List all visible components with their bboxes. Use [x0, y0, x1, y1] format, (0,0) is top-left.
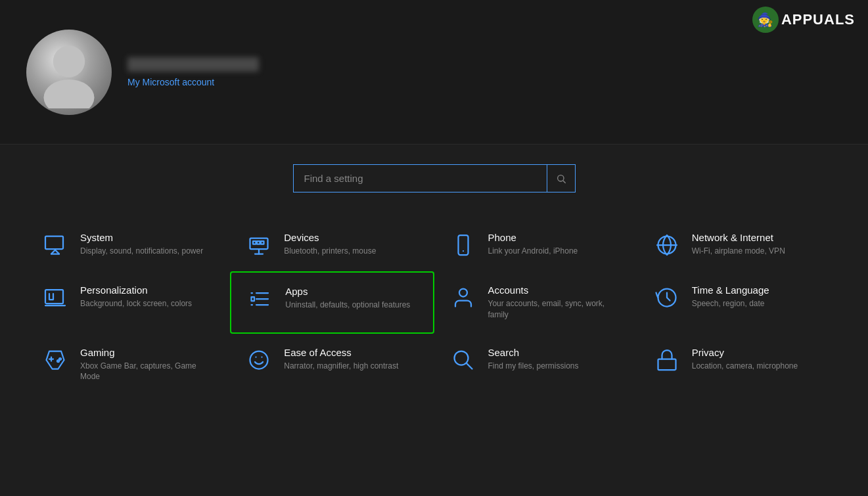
settings-desc-time: Speech, region, date — [692, 298, 826, 309]
settings-desc-accounts: Your accounts, email, sync, work, family — [488, 298, 622, 321]
settings-desc-apps: Uninstall, defaults, optional features — [285, 300, 417, 311]
settings-title-search: Search — [488, 347, 622, 358]
svg-point-2 — [558, 175, 564, 181]
svg-rect-12 — [458, 235, 468, 255]
settings-desc-search: Find my files, permissions — [488, 361, 622, 372]
privacy-icon — [654, 347, 680, 373]
settings-item-phone[interactable]: Phone Link your Android, iPhone — [434, 219, 638, 271]
svg-point-1 — [44, 79, 95, 108]
svg-point-24 — [459, 289, 467, 297]
settings-desc-devices: Bluetooth, printers, mouse — [284, 246, 418, 257]
settings-item-privacy[interactable]: Privacy Location, camera, microphone — [638, 334, 842, 396]
settings-title-personalization: Personalization — [80, 284, 214, 296]
settings-item-ease[interactable]: Ease of Access Narrator, magnifier, high… — [230, 334, 434, 396]
settings-title-apps: Apps — [285, 286, 417, 297]
svg-rect-4 — [45, 237, 63, 250]
ease-icon — [246, 347, 272, 373]
settings-title-privacy: Privacy — [692, 347, 826, 358]
settings-title-phone: Phone — [488, 232, 622, 243]
time-icon — [654, 284, 680, 311]
settings-item-search[interactable]: Search Find my files, permissions — [434, 334, 638, 396]
svg-point-0 — [53, 45, 85, 77]
settings-desc-network: Wi-Fi, airplane mode, VPN — [692, 246, 826, 257]
apps-icon — [247, 286, 273, 312]
gaming-icon — [42, 347, 68, 373]
settings-item-gaming[interactable]: Gaming Xbox Game Bar, captures, Game Mod… — [26, 334, 230, 396]
settings-desc-gaming: Xbox Game Bar, captures, Game Mode — [80, 361, 214, 383]
microsoft-account-link[interactable]: My Microsoft account — [127, 77, 259, 87]
svg-rect-7 — [253, 241, 256, 244]
settings-title-devices: Devices — [284, 232, 418, 243]
svg-rect-16 — [45, 290, 63, 304]
settings-item-system[interactable]: System Display, sound, notifications, po… — [26, 219, 230, 271]
settings-grid: System Display, sound, notifications, po… — [26, 219, 842, 395]
settings-item-accounts[interactable]: Accounts Your accounts, email, sync, wor… — [434, 271, 638, 334]
svg-point-31 — [454, 351, 468, 365]
search-input[interactable] — [293, 164, 576, 192]
phone-icon — [450, 232, 476, 258]
svg-rect-22 — [252, 297, 255, 301]
accounts-icon — [450, 284, 476, 311]
avatar — [26, 30, 112, 115]
svg-rect-33 — [658, 359, 675, 370]
settings-item-personalization[interactable]: Personalization Background, lock screen,… — [26, 271, 230, 334]
svg-point-26 — [59, 358, 61, 360]
settings-desc-privacy: Location, camera, microphone — [692, 361, 826, 372]
settings-title-gaming: Gaming — [80, 347, 214, 358]
username-blur — [127, 57, 259, 72]
settings-title-system: System — [80, 232, 214, 243]
avatar-silhouette — [26, 30, 112, 115]
watermark: 🧙 APPUALS — [752, 7, 855, 33]
search-button[interactable] — [547, 164, 576, 192]
svg-point-28 — [250, 351, 268, 369]
svg-point-27 — [57, 360, 59, 362]
settings-title-ease: Ease of Access — [284, 347, 418, 358]
search-icon — [450, 347, 476, 373]
system-icon — [42, 232, 68, 258]
main-content: System Display, sound, notifications, po… — [0, 145, 868, 496]
watermark-icon: 🧙 — [752, 7, 779, 33]
settings-desc-phone: Link your Android, iPhone — [488, 246, 622, 257]
settings-item-time[interactable]: Time & Language Speech, region, date — [638, 271, 842, 334]
svg-line-32 — [467, 363, 472, 369]
settings-item-devices[interactable]: Devices Bluetooth, printers, mouse — [230, 219, 434, 271]
settings-item-network[interactable]: Network & Internet Wi-Fi, airplane mode,… — [638, 219, 842, 271]
svg-rect-9 — [261, 241, 264, 244]
settings-title-network: Network & Internet — [692, 232, 826, 243]
header: My Microsoft account — [0, 0, 868, 145]
svg-line-3 — [563, 181, 566, 183]
settings-item-apps[interactable]: Apps Uninstall, defaults, optional featu… — [230, 271, 434, 334]
settings-title-accounts: Accounts — [488, 284, 622, 296]
settings-title-time: Time & Language — [692, 284, 826, 296]
settings-desc-system: Display, sound, notifications, power — [80, 246, 214, 257]
settings-desc-personalization: Background, lock screen, colors — [80, 298, 214, 309]
network-icon — [654, 232, 680, 258]
personalization-icon — [42, 284, 68, 311]
search-container — [26, 164, 842, 192]
svg-rect-8 — [257, 241, 260, 244]
devices-icon — [246, 232, 272, 258]
search-wrapper — [293, 164, 576, 192]
settings-desc-ease: Narrator, magnifier, high contrast — [284, 361, 418, 372]
user-info: My Microsoft account — [127, 57, 259, 87]
watermark-text: APPUALS — [781, 11, 855, 28]
